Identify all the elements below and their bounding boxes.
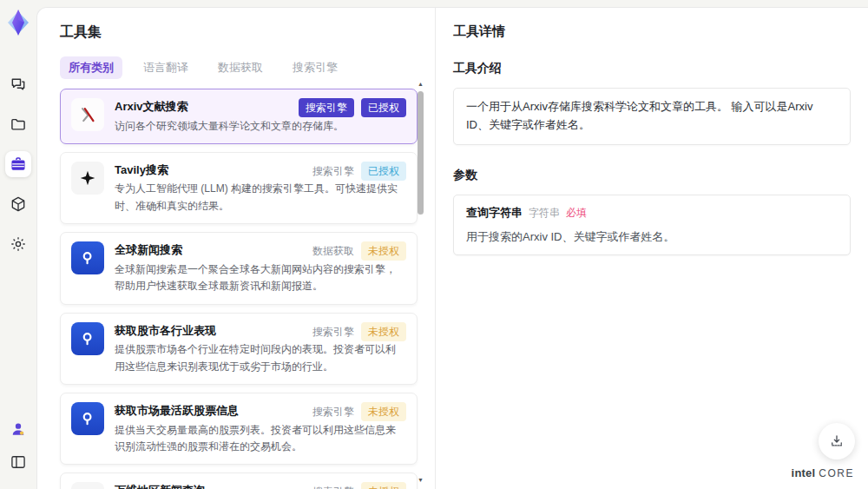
list-scrollbar[interactable]: ▲ ▼ xyxy=(417,81,424,484)
newspaper-icon xyxy=(71,482,104,489)
tool-detail-panel: 工具详情 工具介绍 一个用于从Arxiv存储库搜索科学论文和文章的工具。 输入可… xyxy=(435,8,868,489)
param-description: 用于搜索的Arxiv ID、关键字或作者姓名。 xyxy=(466,228,838,246)
params-heading: 参数 xyxy=(453,168,851,183)
intel-core-logo: intelcore xyxy=(792,465,854,480)
tool-badges: 搜索引擎 未授权 xyxy=(312,482,406,489)
tool-description: 访问各个研究领域大量科学论文和文章的存储库。 xyxy=(115,118,344,135)
auth-status-badge: 未授权 xyxy=(361,241,406,261)
tab-language-translation[interactable]: 语言翻译 xyxy=(135,56,197,79)
tool-description: 提供当天交易量最高的股票列表。投资者可以利用这些信息来识别流动性强的股票和潜在的… xyxy=(115,422,403,456)
tool-badges: 数据获取 未授权 xyxy=(312,241,406,261)
left-rail xyxy=(0,0,36,489)
panel-toggle-icon[interactable] xyxy=(5,449,31,475)
param-name: 查询字符串 xyxy=(466,205,523,221)
download-button[interactable] xyxy=(819,423,855,459)
tool-card-most-active-stocks[interactable]: 获取市场最活跃股票信息 提供当天交易量最高的股票列表。投资者可以利用这些信息来识… xyxy=(60,393,418,465)
tab-all-categories[interactable]: 所有类别 xyxy=(60,56,122,79)
global-search-icon xyxy=(71,241,104,274)
page-title: 工具集 xyxy=(60,23,412,42)
param-required-badge: 必填 xyxy=(566,206,587,221)
global-search-icon xyxy=(71,402,104,435)
tab-search-engine[interactable]: 搜索引擎 xyxy=(284,56,346,79)
intro-heading: 工具介绍 xyxy=(453,61,851,76)
scroll-down-icon[interactable]: ▼ xyxy=(417,477,424,484)
param-type: 字符串 xyxy=(529,206,560,221)
arxiv-logo-icon xyxy=(71,98,104,131)
sidebar-item-chat[interactable] xyxy=(5,71,31,97)
category-badge: 搜索引擎 xyxy=(299,98,354,117)
category-badge: 搜索引擎 xyxy=(312,482,354,489)
user-avatar-icon[interactable] xyxy=(5,416,31,442)
category-tabs: 所有类别语言翻译数据获取搜索引擎 xyxy=(60,56,412,79)
app-logo-icon[interactable] xyxy=(6,9,30,36)
tool-description: 全球新闻搜索是一个聚合全球各大新闻网站内容的搜索引擎，帮助用户快速获取全球最新资… xyxy=(115,261,403,295)
global-search-icon xyxy=(71,322,104,355)
intro-text: 一个用于从Arxiv存储库搜索科学论文和文章的工具。 输入可以是Arxiv ID… xyxy=(466,98,838,135)
tool-card-tavily-search[interactable]: Tavily搜索 专为人工智能代理 (LLM) 构建的搜索引擎工具。可快速提供实… xyxy=(60,152,418,224)
category-badge: 搜索引擎 xyxy=(312,322,354,341)
scroll-up-icon[interactable]: ▲ xyxy=(417,81,424,88)
category-badge: 搜索引擎 xyxy=(312,162,354,181)
intel-wordmark: intel xyxy=(792,466,816,479)
param-box: 查询字符串 字符串 必填 用于搜索的Arxiv ID、关键字或作者姓名。 xyxy=(453,195,851,256)
auth-status-badge: 已授权 xyxy=(361,162,406,181)
tool-description: 提供股票市场各个行业在特定时间段内的表现。投资者可以利用这些信息来识别表现优于或… xyxy=(115,341,403,375)
tool-card-global-news-search[interactable]: 全球新闻搜索 全球新闻搜索是一个聚合全球各大新闻网站内容的搜索引擎，帮助用户快速… xyxy=(60,232,418,304)
sidebar-item-toolbox[interactable] xyxy=(5,151,31,177)
detail-title: 工具详情 xyxy=(453,23,851,40)
tool-badges: 搜索引擎 未授权 xyxy=(312,322,406,341)
tool-list: Arxiv文献搜索 访问各个研究领域大量科学论文和文章的存储库。 搜索引擎 已授… xyxy=(60,89,418,489)
sidebar-item-plugins[interactable] xyxy=(5,191,31,217)
core-wordmark: core xyxy=(819,467,854,479)
sidebar-item-files[interactable] xyxy=(5,111,31,137)
auth-status-badge: 未授权 xyxy=(361,322,406,341)
sidebar-item-settings[interactable] xyxy=(5,231,31,257)
tool-card-arxiv-search[interactable]: Arxiv文献搜索 访问各个研究领域大量科学论文和文章的存储库。 搜索引擎 已授… xyxy=(60,89,418,144)
tool-description: 专为人工智能代理 (LLM) 构建的搜索引擎工具。可快速提供实时、准确和真实的结… xyxy=(115,181,403,215)
auth-status-badge: 未授权 xyxy=(361,402,406,421)
auth-status-badge: 已授权 xyxy=(361,98,406,117)
main-content: 工具集 所有类别语言翻译数据获取搜索引擎 Arxiv文献搜索 访问各个研究领域大… xyxy=(36,7,868,489)
scrollbar-thumb[interactable] xyxy=(418,91,424,215)
auth-status-badge: 未授权 xyxy=(361,482,406,489)
tool-card-stock-sector-performance[interactable]: 获取股市各行业表现 提供股票市场各个行业在特定时间段内的表现。投资者可以利用这些… xyxy=(60,313,418,385)
category-badge: 数据获取 xyxy=(312,241,354,261)
toolbox-panel: 工具集 所有类别语言翻译数据获取搜索引擎 Arxiv文献搜索 访问各个研究领域大… xyxy=(37,8,435,489)
tool-badges: 搜索引擎 未授权 xyxy=(312,402,406,421)
tab-data-fetch[interactable]: 数据获取 xyxy=(209,56,272,79)
tool-badges: 搜索引擎 已授权 xyxy=(312,162,406,181)
category-badge: 搜索引擎 xyxy=(312,402,354,421)
intro-box: 一个用于从Arxiv存储库搜索科学论文和文章的工具。 输入可以是Arxiv ID… xyxy=(453,88,851,145)
tool-badges: 搜索引擎 已授权 xyxy=(299,98,406,117)
tavily-star-icon xyxy=(71,162,104,195)
download-icon xyxy=(829,433,845,449)
tool-card-regional-news-query[interactable]: 万维地区新闻查询 查询具体行政区划内的新闻，快速了解各地新闻动态。 搜索引擎 未… xyxy=(60,472,418,489)
